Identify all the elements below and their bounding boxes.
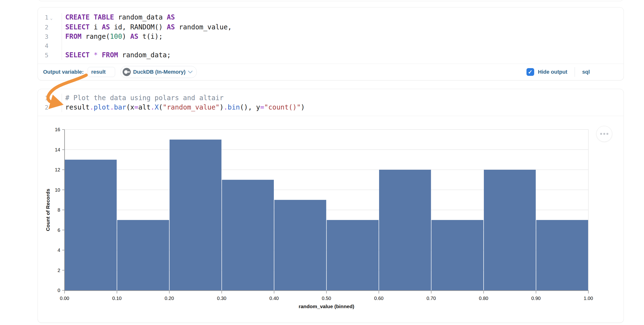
- svg-text:16: 16: [55, 127, 60, 132]
- line-number: 3: [45, 32, 48, 41]
- sql-code-editor[interactable]: 1⌄CREATE TABLE random_data AS2SELECT i A…: [38, 7, 624, 63]
- code-line[interactable]: 2result.plot.bar(x=alt.X("random_value")…: [38, 103, 624, 112]
- svg-text:4: 4: [58, 248, 60, 253]
- code-text: # Plot the data using polars and altair: [62, 93, 224, 103]
- code-line[interactable]: 1# Plot the data using polars and altair: [38, 93, 624, 103]
- code-line[interactable]: 1⌄CREATE TABLE random_data AS: [38, 13, 624, 23]
- svg-text:0: 0: [58, 288, 60, 293]
- output-variable-label: Output variable:: [43, 69, 84, 75]
- dot-icon: [603, 133, 605, 135]
- sql-cell-card: 1⌄CREATE TABLE random_data AS2SELECT i A…: [38, 7, 624, 80]
- line-number-gutter: 1⌄: [38, 13, 62, 23]
- code-text: SELECT i AS id, RANDOM() AS random_value…: [62, 23, 232, 32]
- histogram-chart: 02468101214160.000.100.200.300.400.500.6…: [38, 116, 623, 323]
- output-variable-value: result: [91, 69, 106, 75]
- line-number: 1: [45, 13, 48, 22]
- hide-output-checkbox[interactable]: ✓: [526, 68, 534, 76]
- line-number-gutter: 2: [38, 103, 62, 112]
- hide-output-label: Hide output: [538, 69, 568, 75]
- line-number: 2: [45, 23, 48, 32]
- svg-text:0.40: 0.40: [270, 296, 279, 301]
- duckdb-icon: [122, 68, 131, 76]
- svg-text:0.50: 0.50: [322, 296, 331, 301]
- cell-output-area: 02468101214160.000.100.200.300.400.500.6…: [38, 116, 624, 323]
- dot-icon: [606, 133, 608, 135]
- python-cell-card: 1# Plot the data using polars and altair…: [38, 89, 624, 323]
- svg-text:0.90: 0.90: [531, 296, 541, 301]
- svg-text:0.30: 0.30: [217, 296, 226, 301]
- language-badge-sql[interactable]: sql: [582, 69, 590, 75]
- svg-text:6: 6: [58, 228, 60, 233]
- output-variable-input[interactable]: result: [88, 67, 115, 77]
- line-number: 5: [45, 51, 48, 60]
- svg-text:14: 14: [55, 147, 60, 152]
- svg-text:0.70: 0.70: [426, 296, 436, 301]
- svg-text:2: 2: [58, 268, 60, 273]
- svg-text:0.60: 0.60: [374, 296, 384, 301]
- database-engine-dropdown[interactable]: DuckDB (In-Memory): [120, 66, 197, 78]
- code-line[interactable]: 3FROM range(100) AS t(i);: [38, 32, 624, 41]
- line-number-gutter: 1: [38, 94, 62, 103]
- code-text: FROM range(100) AS t(i);: [62, 32, 163, 41]
- chevron-down-icon: [188, 70, 193, 73]
- line-number: 1: [45, 94, 48, 103]
- dot-icon: [600, 133, 602, 135]
- python-code-editor[interactable]: 1# Plot the data using polars and altair…: [38, 89, 624, 116]
- line-number-gutter: 5: [38, 51, 62, 60]
- svg-text:0.10: 0.10: [112, 296, 122, 301]
- svg-text:8: 8: [58, 207, 60, 213]
- sql-footer-right-group: ✓ Hide output sql: [526, 67, 590, 77]
- svg-text:0.20: 0.20: [165, 296, 174, 301]
- code-line[interactable]: 5SELECT * FROM random_data;: [38, 50, 624, 60]
- code-text: SELECT * FROM random_data;: [62, 50, 171, 60]
- line-number-gutter: 4: [38, 41, 62, 50]
- sql-cell-footer: Output variable: result DuckDB (In-Memor…: [38, 63, 624, 80]
- line-number: 2: [45, 103, 48, 112]
- code-line[interactable]: 2SELECT i AS id, RANDOM() AS random_valu…: [38, 23, 624, 32]
- fold-chevron-icon[interactable]: ⌄: [48, 13, 59, 23]
- code-text: result.plot.bar(x=alt.X("random_value").…: [62, 103, 305, 112]
- line-number-gutter: 2: [38, 23, 62, 32]
- line-number: 4: [45, 41, 48, 50]
- previous-cell-bottom-edge: [38, 0, 624, 1]
- engine-name-label: DuckDB (In-Memory): [133, 69, 186, 75]
- svg-text:random_value (binned): random_value (binned): [299, 304, 354, 309]
- footer-divider: [575, 67, 575, 77]
- code-text: CREATE TABLE random_data AS: [62, 13, 175, 22]
- line-number-gutter: 3: [38, 32, 62, 41]
- svg-text:1.00: 1.00: [584, 296, 593, 301]
- svg-text:Count of Records: Count of Records: [45, 189, 50, 231]
- output-more-options-button[interactable]: [596, 126, 612, 142]
- code-line[interactable]: 4: [38, 41, 624, 50]
- svg-text:0.00: 0.00: [60, 296, 69, 301]
- svg-text:0.80: 0.80: [479, 296, 488, 301]
- svg-text:10: 10: [55, 187, 60, 193]
- svg-text:12: 12: [55, 167, 60, 172]
- notebook-page: 1⌄CREATE TABLE random_data AS2SELECT i A…: [0, 0, 644, 325]
